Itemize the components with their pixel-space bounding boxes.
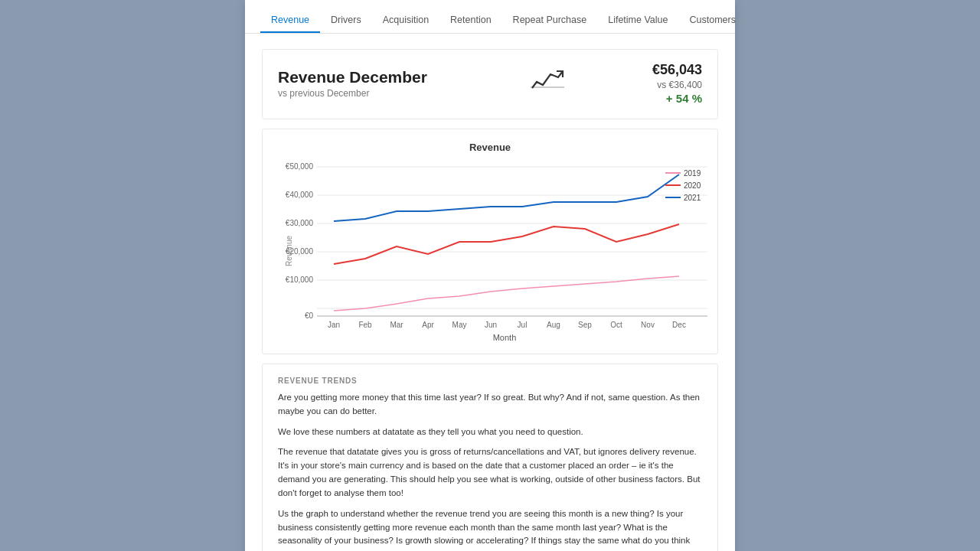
svg-text:Aug: Aug [547,321,560,329]
info-paragraph-3: The revenue that datatate gives you is g… [278,445,702,500]
svg-text:Dec: Dec [672,321,686,329]
svg-text:May: May [452,321,467,329]
svg-text:€40,000: €40,000 [286,191,314,199]
svg-text:€10,000: €10,000 [286,276,314,284]
svg-text:Nov: Nov [641,321,655,329]
revenue-chart: €0 €10,000 €20,000 €30,000 €40,000 €50,0… [275,159,727,343]
header-left: Revenue December vs previous December [278,68,427,99]
content-area: Revenue December vs previous December €5… [245,34,735,551]
subtitle: vs previous December [278,88,427,99]
nav-item-drivers[interactable]: Drivers [320,7,372,33]
svg-text:Apr: Apr [422,321,434,329]
percent-change: + 54 % [652,92,702,105]
nav-item-customers[interactable]: Customers [679,7,746,33]
main-container: Revenue Drivers Acquisition Retention Re… [245,0,735,551]
nav-item-repeat-purchase[interactable]: Repeat Purchase [502,7,598,33]
svg-text:Jan: Jan [328,321,340,329]
svg-text:2019: 2019 [684,169,701,178]
header-card: Revenue December vs previous December €5… [262,49,718,119]
svg-rect-0 [531,86,564,88]
chart-wrap: €0 €10,000 €20,000 €30,000 €40,000 €50,0… [275,159,705,343]
info-paragraph-4: Us the graph to understand whether the r… [278,507,702,551]
info-paragraph-1: Are you getting more money that this tim… [278,391,702,419]
nav-item-acquisition[interactable]: Acquisition [372,7,439,33]
svg-text:2020: 2020 [684,181,701,190]
chart-card: Revenue €0 €10,000 €20,000 €30,00 [262,129,718,354]
svg-text:Revenue: Revenue [285,236,293,266]
svg-text:€50,000: €50,000 [286,162,314,171]
svg-text:€0: €0 [305,311,314,320]
compare-value: vs €36,400 [652,80,702,90]
chart-title: Revenue [275,142,705,153]
svg-text:Feb: Feb [358,321,372,329]
info-paragraph-2: We love these numbers at datatate as the… [278,425,702,439]
svg-text:2021: 2021 [684,194,701,202]
header-right: €56,043 vs €36,400 + 54 % [652,62,702,105]
info-card: REVENUE TRENDS Are you getting more mone… [262,364,718,551]
svg-text:Sep: Sep [578,321,592,329]
nav-item-retention[interactable]: Retention [439,7,502,33]
top-nav: Revenue Drivers Acquisition Retention Re… [245,0,735,34]
svg-text:€30,000: €30,000 [286,219,314,227]
svg-text:Mar: Mar [390,321,403,329]
svg-text:Jun: Jun [485,321,497,329]
main-value: €56,043 [652,62,702,78]
page-title: Revenue December [278,68,427,86]
info-section-title: REVENUE TRENDS [278,377,702,385]
nav-item-revenue[interactable]: Revenue [260,7,320,33]
trend-icon [529,65,566,102]
svg-text:Jul: Jul [518,321,528,329]
nav-item-lifetime-value[interactable]: Lifetime Value [597,7,678,33]
svg-text:Oct: Oct [610,321,622,329]
svg-text:Month: Month [493,333,517,342]
